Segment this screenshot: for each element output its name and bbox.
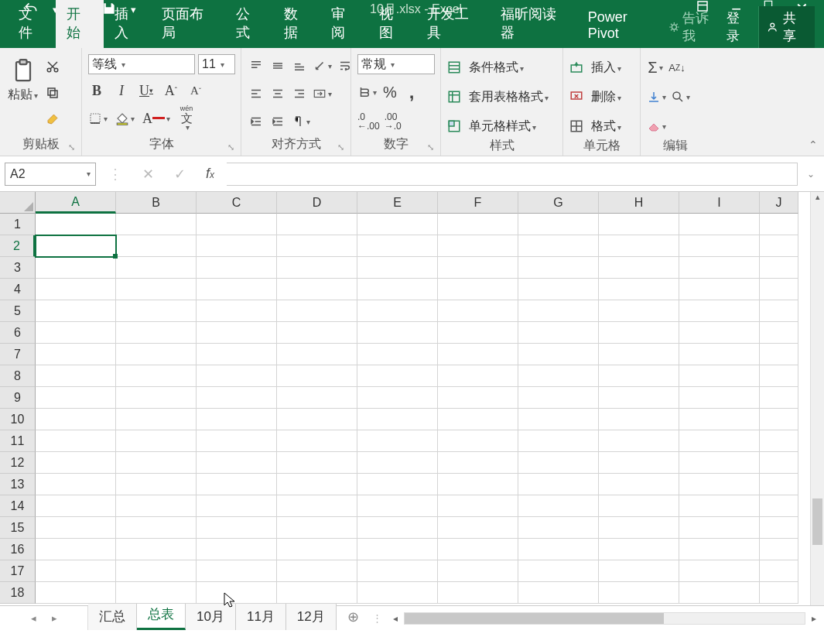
cell[interactable] bbox=[438, 582, 518, 604]
cell[interactable] bbox=[197, 517, 277, 539]
increase-font-button[interactable]: Aˆ bbox=[162, 81, 180, 100]
bold-button[interactable]: B bbox=[88, 81, 105, 100]
tab-insert[interactable]: 插入 bbox=[104, 0, 152, 48]
cell[interactable] bbox=[357, 344, 438, 365]
tab-formula[interactable]: 公式 bbox=[225, 0, 273, 48]
cell[interactable] bbox=[116, 539, 197, 560]
horizontal-scrollbar[interactable]: ◂ ▸ bbox=[385, 606, 824, 630]
font-launcher[interactable]: ⤡ bbox=[227, 142, 234, 152]
cell[interactable] bbox=[36, 430, 116, 452]
cell[interactable] bbox=[518, 495, 599, 517]
row-header[interactable]: 12 bbox=[0, 452, 36, 474]
cell[interactable] bbox=[116, 582, 197, 604]
merge-button[interactable] bbox=[313, 84, 332, 103]
accounting-button[interactable] bbox=[357, 83, 377, 101]
row-header[interactable]: 15 bbox=[0, 517, 36, 539]
cell[interactable] bbox=[679, 387, 760, 409]
cell[interactable] bbox=[116, 387, 197, 409]
cell[interactable] bbox=[438, 279, 518, 300]
cell[interactable] bbox=[277, 322, 357, 344]
cell[interactable] bbox=[518, 452, 599, 474]
cell[interactable] bbox=[116, 300, 197, 322]
cell[interactable] bbox=[357, 495, 438, 517]
cell[interactable] bbox=[679, 430, 760, 452]
cell[interactable] bbox=[357, 279, 438, 300]
select-all-corner[interactable] bbox=[0, 192, 36, 214]
cell[interactable] bbox=[760, 365, 798, 387]
cell[interactable] bbox=[599, 430, 679, 452]
border-button[interactable] bbox=[88, 109, 108, 128]
cell[interactable] bbox=[277, 539, 357, 560]
cell[interactable] bbox=[36, 560, 116, 582]
cell[interactable] bbox=[760, 300, 798, 322]
cell[interactable] bbox=[36, 300, 116, 322]
tab-dev[interactable]: 开发工具 bbox=[416, 0, 491, 48]
cell[interactable] bbox=[760, 560, 798, 582]
row-header[interactable]: 5 bbox=[0, 300, 36, 322]
cell[interactable] bbox=[277, 495, 357, 517]
cell[interactable] bbox=[116, 409, 197, 430]
cell[interactable] bbox=[36, 474, 116, 495]
insert-cells-button[interactable]: 插入 bbox=[569, 56, 621, 79]
cell[interactable] bbox=[36, 344, 116, 365]
cell[interactable] bbox=[36, 365, 116, 387]
cell[interactable] bbox=[438, 365, 518, 387]
clear-button[interactable] bbox=[647, 117, 666, 135]
row-header[interactable]: 10 bbox=[0, 409, 36, 430]
sheet-tab-oct[interactable]: 10月 bbox=[186, 602, 236, 630]
cell[interactable] bbox=[679, 322, 760, 344]
cell[interactable] bbox=[760, 430, 798, 452]
autosum-button[interactable]: Σ bbox=[647, 58, 664, 77]
tab-review[interactable]: 审阅 bbox=[320, 0, 368, 48]
cell[interactable] bbox=[679, 257, 760, 279]
tab-data[interactable]: 数据 bbox=[273, 0, 321, 48]
share-button[interactable]: 共享 bbox=[758, 6, 815, 48]
cell[interactable] bbox=[277, 430, 357, 452]
cell[interactable] bbox=[116, 235, 197, 257]
cell[interactable] bbox=[760, 235, 798, 257]
cell[interactable] bbox=[357, 257, 438, 279]
cell[interactable] bbox=[277, 300, 357, 322]
cell[interactable] bbox=[438, 214, 518, 235]
cell[interactable] bbox=[357, 387, 438, 409]
cell[interactable] bbox=[599, 495, 679, 517]
cell[interactable] bbox=[36, 214, 116, 235]
cell[interactable] bbox=[116, 495, 197, 517]
cell[interactable] bbox=[438, 387, 518, 409]
cell[interactable] bbox=[197, 582, 277, 604]
cell[interactable] bbox=[518, 539, 599, 560]
cell[interactable] bbox=[277, 365, 357, 387]
cell[interactable] bbox=[438, 430, 518, 452]
fill-color-button[interactable] bbox=[115, 109, 135, 128]
cell[interactable] bbox=[116, 279, 197, 300]
find-button[interactable] bbox=[671, 87, 690, 106]
cell[interactable] bbox=[277, 235, 357, 257]
cell[interactable] bbox=[438, 344, 518, 365]
cell[interactable] bbox=[599, 322, 679, 344]
cell[interactable] bbox=[438, 322, 518, 344]
tab-file[interactable]: 文件 bbox=[8, 0, 56, 48]
copy-icon[interactable] bbox=[44, 84, 61, 102]
cell[interactable] bbox=[760, 214, 798, 235]
cell[interactable] bbox=[116, 322, 197, 344]
cell[interactable] bbox=[438, 235, 518, 257]
cell[interactable] bbox=[599, 517, 679, 539]
align-launcher[interactable]: ⤡ bbox=[337, 142, 344, 152]
cell[interactable] bbox=[438, 300, 518, 322]
align-bottom-button[interactable] bbox=[291, 57, 308, 75]
number-format-combo[interactable]: 常规▾ bbox=[357, 54, 435, 74]
cell[interactable] bbox=[277, 279, 357, 300]
cell[interactable] bbox=[116, 517, 197, 539]
cell[interactable] bbox=[36, 279, 116, 300]
align-center-button[interactable] bbox=[269, 84, 286, 103]
cell[interactable] bbox=[760, 582, 798, 604]
cell[interactable] bbox=[197, 214, 277, 235]
expand-formula-icon[interactable]: ⌄ bbox=[802, 169, 819, 180]
cell[interactable] bbox=[760, 322, 798, 344]
cell[interactable] bbox=[518, 582, 599, 604]
cell[interactable] bbox=[36, 235, 116, 257]
tab-powerpivot[interactable]: Power Pivot bbox=[577, 3, 668, 48]
row-header[interactable]: 13 bbox=[0, 474, 36, 495]
cell[interactable] bbox=[197, 430, 277, 452]
tab-home[interactable]: 开始 bbox=[56, 0, 104, 48]
